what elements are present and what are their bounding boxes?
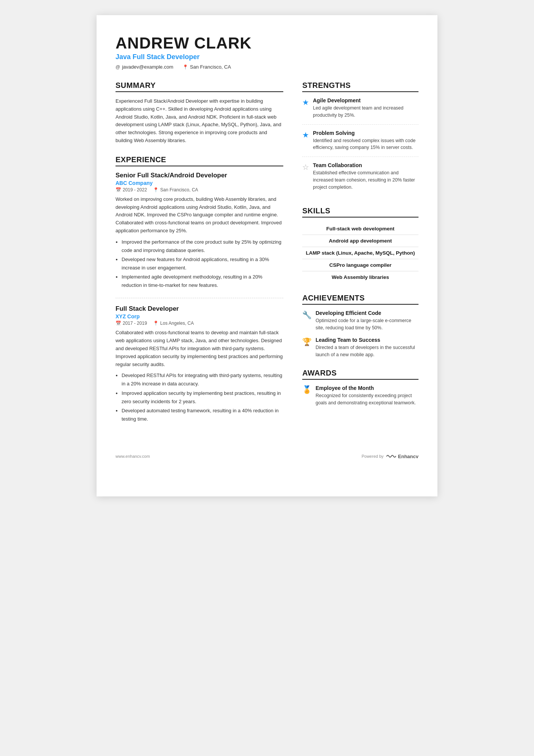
- strengths-title: STRENGTHS: [302, 81, 418, 92]
- right-column: STRENGTHS ★ Agile Development Led agile …: [302, 81, 418, 434]
- trophy-icon: 🏆: [302, 337, 312, 358]
- summary-title: SUMMARY: [116, 81, 283, 92]
- job-1-dates: 📅 2019 - 2022: [116, 187, 147, 193]
- job-2-dates: 📅 2017 - 2019: [116, 321, 147, 326]
- award-medal-icon: 🏅: [302, 385, 312, 407]
- job-2-role: Full Stack Developer: [116, 305, 283, 313]
- strength-3-name: Team Collaboration: [313, 162, 418, 168]
- email-contact: @ javadev@example.com: [116, 64, 173, 70]
- skills-section: SKILLS Full-stack web development Androi…: [302, 207, 418, 283]
- skill-5: Web Assembly libraries: [302, 271, 418, 283]
- skill-1: Full-stack web development: [302, 223, 418, 235]
- calendar-icon-2: 📅: [116, 321, 121, 326]
- job-2-company: XYZ Corp: [116, 313, 283, 319]
- achievements-section: ACHIEVEMENTS 🔧 Developing Efficient Code…: [302, 294, 418, 358]
- left-column: SUMMARY Experienced Full Stack/Android D…: [116, 81, 283, 434]
- header-section: ANDREW CLARK Java Full Stack Developer @…: [116, 34, 418, 70]
- skill-4: CSPro language compiler: [302, 259, 418, 271]
- achievement-2: 🏆 Leading Team to Success Directed a tea…: [302, 337, 418, 358]
- summary-section: SUMMARY Experienced Full Stack/Android D…: [116, 81, 283, 145]
- email-value: javadev@example.com: [122, 64, 173, 70]
- achievement-1-name: Developing Efficient Code: [315, 310, 418, 316]
- job-2: Full Stack Developer XYZ Corp 📅 2017 - 2…: [116, 305, 283, 423]
- strength-2: ★ Problem Solving Identified and resolve…: [302, 130, 418, 157]
- main-content: SUMMARY Experienced Full Stack/Android D…: [116, 81, 418, 434]
- pin-icon: 📍: [153, 187, 159, 193]
- strength-2-desc: Identified and resolved complex issues w…: [313, 137, 418, 152]
- job-2-desc: Collaborated with cross-functional teams…: [116, 329, 283, 368]
- job-1-company: ABC Company: [116, 180, 283, 186]
- achievement-2-desc: Directed a team of developers in the suc…: [315, 344, 418, 358]
- star-filled-icon-2: ★: [302, 130, 309, 152]
- strength-3-desc: Established effective communication and …: [313, 169, 418, 191]
- email-icon: @: [116, 64, 120, 70]
- award-1: 🏅 Employee of the Month Recognized for c…: [302, 385, 418, 407]
- enhancv-brand: Enhancv: [386, 454, 418, 459]
- job-1-role: Senior Full Stack/Android Developer: [116, 172, 283, 179]
- job-2-bullet-1: Developed RESTful APIs for integrating w…: [122, 371, 283, 388]
- skill-3: LAMP stack (Linux, Apache, MySQL, Python…: [302, 247, 418, 259]
- skills-title: SKILLS: [302, 207, 418, 218]
- skill-2: Android app development: [302, 235, 418, 247]
- job-2-bullet-2: Improved application security by impleme…: [122, 389, 283, 406]
- star-outline-icon: ☆: [302, 163, 309, 191]
- candidate-title: Java Full Stack Developer: [116, 53, 418, 61]
- job-1-bullet-1: Improved the performance of the core pro…: [122, 238, 283, 255]
- location-value: San Francisco, CA: [190, 64, 231, 70]
- award-1-name: Employee of the Month: [315, 385, 418, 391]
- star-filled-icon-1: ★: [302, 98, 309, 119]
- job-1: Senior Full Stack/Android Developer ABC …: [116, 172, 283, 290]
- footer: www.enhancv.com Powered by Enhancv: [116, 449, 418, 459]
- experience-divider: [116, 298, 283, 298]
- strengths-section: STRENGTHS ★ Agile Development Led agile …: [302, 81, 418, 196]
- footer-website: www.enhancv.com: [116, 454, 150, 459]
- job-2-bullets: Developed RESTful APIs for integrating w…: [116, 371, 283, 423]
- job-1-desc: Worked on improving core products, build…: [116, 196, 283, 235]
- achievements-title: ACHIEVEMENTS: [302, 294, 418, 305]
- strength-2-name: Problem Solving: [313, 130, 418, 136]
- footer-logo-area: Powered by Enhancv: [362, 454, 418, 459]
- location-contact: 📍 San Francisco, CA: [183, 64, 231, 70]
- strength-1-desc: Led agile development team and increased…: [313, 105, 418, 119]
- contact-info: @ javadev@example.com 📍 San Francisco, C…: [116, 64, 418, 70]
- powered-by-text: Powered by: [362, 454, 384, 459]
- resume-page: ANDREW CLARK Java Full Stack Developer @…: [97, 15, 437, 496]
- awards-title: AWARDS: [302, 369, 418, 380]
- award-1-desc: Recognized for consistently exceeding pr…: [315, 392, 418, 407]
- achievement-1-desc: Optimized code for a large-scale e-comme…: [315, 317, 418, 332]
- achievement-2-name: Leading Team to Success: [315, 337, 418, 343]
- strength-1-name: Agile Development: [313, 97, 418, 103]
- pin-icon-2: 📍: [153, 321, 159, 326]
- experience-title: EXPERIENCE: [116, 155, 283, 166]
- wrench-icon: 🔧: [302, 310, 312, 332]
- strength-1: ★ Agile Development Led agile developmen…: [302, 97, 418, 125]
- job-2-location: 📍 Los Angeles, CA: [153, 321, 194, 326]
- summary-text: Experienced Full Stack/Android Developer…: [116, 97, 283, 145]
- job-1-bullet-3: Implemented agile development methodolog…: [122, 273, 283, 290]
- enhancv-wave-logo: [386, 454, 397, 459]
- job-1-bullets: Improved the performance of the core pro…: [116, 238, 283, 290]
- experience-section: EXPERIENCE Senior Full Stack/Android Dev…: [116, 155, 283, 423]
- job-1-bullet-2: Developed new features for Android appli…: [122, 255, 283, 272]
- achievement-1: 🔧 Developing Efficient Code Optimized co…: [302, 310, 418, 332]
- strength-3: ☆ Team Collaboration Established effecti…: [302, 162, 418, 196]
- candidate-name: ANDREW CLARK: [116, 34, 418, 52]
- job-1-meta: 📅 2019 - 2022 📍 San Francisco, CA: [116, 187, 283, 193]
- awards-section: AWARDS 🏅 Employee of the Month Recognize…: [302, 369, 418, 407]
- location-icon: 📍: [183, 64, 188, 70]
- calendar-icon: 📅: [116, 187, 121, 193]
- job-1-location: 📍 San Francisco, CA: [153, 187, 198, 193]
- job-2-meta: 📅 2017 - 2019 📍 Los Angeles, CA: [116, 321, 283, 326]
- job-2-bullet-3: Developed automated testing framework, r…: [122, 407, 283, 423]
